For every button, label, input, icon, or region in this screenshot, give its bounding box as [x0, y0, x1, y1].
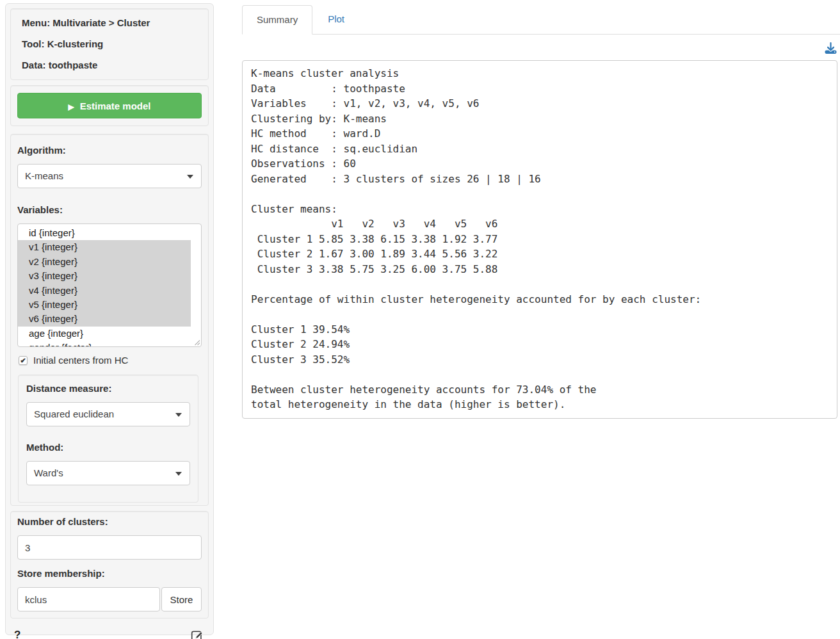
hc-centers-checkbox[interactable]: ✔ Initial centers from HC	[19, 355, 202, 366]
store-membership-label: Store membership:	[17, 568, 202, 579]
chevron-down-icon	[187, 175, 193, 179]
distance-measure-label: Distance measure:	[26, 383, 190, 394]
estimate-panel: ▶Estimate model	[10, 85, 209, 126]
algorithm-select[interactable]: K-means	[17, 164, 202, 188]
sidebar-footer: ?	[10, 624, 209, 639]
variable-option[interactable]: v3 {integer}	[18, 269, 191, 283]
toolbar	[242, 35, 840, 60]
method-selected-value: Ward's	[34, 467, 63, 478]
variable-option[interactable]: v2 {integer}	[18, 255, 191, 269]
hc-centers-label: Initial centers from HC	[33, 355, 128, 366]
chevron-down-icon	[175, 472, 182, 476]
menu-breadcrumb: Menu: Multivariate > Cluster	[22, 17, 197, 29]
variables-listbox[interactable]: id {integer} v1 {integer} v2 {integer} v…	[17, 223, 202, 347]
variable-option[interactable]: v5 {integer}	[18, 298, 191, 312]
tab-plot[interactable]: Plot	[312, 5, 360, 34]
distance-measure-select[interactable]: Squared euclidean	[26, 402, 190, 426]
variable-option[interactable]: v6 {integer}	[18, 312, 191, 326]
variable-option[interactable]: v1 {integer}	[18, 240, 191, 254]
num-clusters-input[interactable]	[17, 535, 202, 560]
variables-label: Variables:	[17, 204, 202, 215]
algorithm-selected-value: K-means	[25, 170, 63, 181]
method-label: Method:	[26, 442, 190, 453]
tab-bar: Summary Plot	[242, 5, 840, 35]
distance-selected-value: Squared euclidean	[34, 408, 114, 419]
sidebar: Menu: Multivariate > Cluster Tool: K-clu…	[5, 3, 214, 635]
estimate-model-button[interactable]: ▶Estimate model	[17, 93, 202, 118]
method-select[interactable]: Ward's	[26, 461, 190, 485]
tab-summary[interactable]: Summary	[242, 5, 312, 35]
summary-output-panel: K-means cluster analysis Data : toothpas…	[242, 60, 837, 419]
hc-options-panel: Distance measure: Squared euclidean Meth…	[18, 375, 198, 503]
checkbox-check-icon: ✔	[19, 356, 28, 365]
variable-option[interactable]: gender {factor}	[18, 341, 191, 347]
controls-panel: Algorithm: K-means Variables: id {intege…	[10, 134, 209, 506]
variable-option[interactable]: v4 {integer}	[18, 284, 191, 298]
num-clusters-label: Number of clusters:	[17, 516, 202, 527]
store-panel: Number of clusters: Store membership: St…	[10, 511, 209, 619]
play-icon: ▶	[68, 102, 74, 111]
summary-text: K-means cluster analysis Data : toothpas…	[251, 66, 828, 412]
dataset-name: Data: toothpaste	[22, 60, 197, 71]
store-button[interactable]: Store	[161, 587, 202, 611]
store-name-input[interactable]	[17, 587, 160, 611]
variable-option[interactable]: age {integer}	[18, 327, 191, 341]
resize-grip-icon[interactable]	[194, 339, 200, 346]
estimate-model-label: Estimate model	[80, 101, 151, 111]
chevron-down-icon	[175, 413, 182, 417]
model-info-panel: Menu: Multivariate > Cluster Tool: K-clu…	[10, 8, 209, 80]
variable-option[interactable]: id {integer}	[18, 226, 191, 240]
edit-report-icon[interactable]	[191, 629, 204, 639]
main-panel: Summary Plot K-means cluster analysis Da…	[242, 5, 840, 419]
help-icon[interactable]: ?	[14, 629, 20, 639]
download-icon[interactable]	[825, 42, 837, 54]
algorithm-label: Algorithm:	[17, 145, 202, 156]
tool-name: Tool: K-clustering	[22, 38, 197, 50]
